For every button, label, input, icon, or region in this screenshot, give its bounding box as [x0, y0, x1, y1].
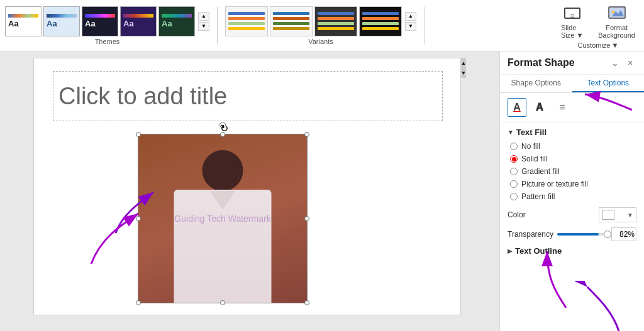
handle-tl[interactable] — [136, 132, 141, 137]
handle-br[interactable] — [304, 300, 309, 305]
variants-row: ▲ ▼ — [225, 6, 416, 36]
variant-item-1[interactable] — [225, 6, 268, 36]
theme-scroll-up[interactable]: ▲ — [198, 12, 209, 21]
transparency-row: Transparency — [508, 227, 636, 241]
ribbon-divider-1 — [217, 7, 218, 45]
tab-shape-options[interactable]: Shape Options — [500, 75, 572, 92]
text-outline-header[interactable]: ▶ Text Outline — [508, 246, 636, 256]
variant-item-4[interactable] — [359, 6, 402, 36]
variant-item-3[interactable] — [314, 6, 357, 36]
themes-label: Themes — [95, 38, 120, 45]
text-fill-label: Text Fill — [516, 128, 547, 137]
slide-size-icon: ⊡ — [562, 4, 582, 24]
transparency-input[interactable] — [611, 227, 636, 241]
color-dropdown-icon: ▼ — [627, 212, 633, 219]
fill-option-no-fill[interactable]: No fill — [510, 142, 636, 151]
format-background-icon — [607, 4, 627, 24]
slide-size-label: SlideSize ▼ — [561, 24, 583, 39]
fill-option-pattern[interactable]: Pattern fill — [510, 192, 636, 201]
ribbon-right: ⊡ SlideSize ▼ FormatBackground Customize… — [557, 3, 639, 49]
slide-size-button[interactable]: ⊡ SlideSize ▼ — [557, 3, 587, 40]
variant-item-2[interactable] — [270, 6, 313, 36]
format-bg-label: FormatBackground — [598, 24, 635, 39]
variant-scroll-up[interactable]: ▲ — [405, 12, 416, 21]
theme-item-2[interactable]: Aa — [43, 6, 80, 36]
tab-text-options[interactable]: Text Options — [572, 75, 645, 92]
slide-image[interactable]: Guiding Tech Watermark ↻ — [138, 134, 308, 303]
svg-text:⊡: ⊡ — [570, 13, 574, 19]
radio-no-fill — [510, 143, 518, 150]
theme-item-4[interactable]: Aa — [120, 6, 157, 36]
customize-label: Customize ▼ — [578, 41, 619, 49]
color-row: Color ▼ — [508, 207, 636, 222]
fill-option-solid[interactable]: Solid fill — [510, 155, 636, 163]
handle-bl[interactable] — [136, 300, 141, 305]
radio-gradient-fill — [510, 168, 518, 175]
slide-area: Click to add title Guidi — [0, 52, 499, 331]
panel-title: Format Shape — [508, 57, 575, 68]
pattern-fill-label: Pattern fill — [521, 192, 555, 201]
handle-mr[interactable] — [304, 216, 309, 221]
customize-chevron: ▼ — [612, 41, 619, 49]
slide-scroll-up[interactable]: ▲ — [461, 58, 466, 68]
theme-item-5[interactable]: Aa — [158, 6, 195, 36]
main-area: Click to add title Guidi — [0, 52, 644, 331]
slide-scroll-down[interactable]: ▼ — [461, 68, 466, 78]
panel-close-button[interactable]: × — [624, 57, 636, 69]
themes-row: Aa Aa Aa Aa Aa ▲ ▼ — [5, 6, 209, 36]
fill-options-group: No fill Solid fill Gradient fill Picture… — [510, 142, 636, 201]
text-outline-chevron: ▶ — [508, 247, 513, 254]
slider-fill — [557, 233, 599, 236]
slide-title-text: Click to add title — [58, 83, 227, 110]
themes-section: Aa Aa Aa Aa Aa ▲ ▼ Themes — [5, 6, 209, 45]
color-picker[interactable]: ▼ — [599, 207, 636, 222]
solid-fill-label: Solid fill — [521, 155, 547, 163]
format-shape-panel: Format Shape ⌄ × Shape Options Text Opti… — [499, 52, 644, 331]
handle-tr[interactable] — [304, 132, 309, 137]
fill-option-gradient[interactable]: Gradient fill — [510, 167, 636, 176]
text-effects-sub-icon[interactable]: ≡ — [553, 98, 572, 117]
panel-sub-icons: A A ≡ — [500, 93, 644, 122]
transparency-slider[interactable] — [557, 233, 608, 236]
svg-point-4 — [612, 11, 614, 13]
variants-section: ▲ ▼ Variants — [225, 6, 416, 45]
slide: Click to add title Guidi — [33, 58, 461, 315]
handle-bc[interactable] — [220, 300, 225, 305]
text-fill-sub-icon[interactable]: A — [508, 98, 526, 117]
radio-solid-fill — [510, 155, 518, 163]
slider-thumb[interactable] — [604, 231, 611, 238]
text-fill-header[interactable]: ▼ Text Fill — [508, 128, 636, 137]
handle-ml[interactable] — [136, 216, 141, 221]
panel-header: Format Shape ⌄ × — [500, 52, 644, 75]
panel-tabs: Shape Options Text Options — [500, 75, 644, 93]
theme-item-1[interactable]: Aa — [5, 6, 42, 36]
rotate-handle[interactable]: ↻ — [219, 122, 226, 128]
panel-content: ▼ Text Fill No fill Solid fill Gradient … — [500, 122, 644, 331]
ribbon-right-btns: ⊡ SlideSize ▼ FormatBackground — [557, 3, 639, 40]
text-outline-section: ▶ Text Outline — [508, 246, 636, 256]
slide-scrollbar: ▲ ▼ — [461, 58, 466, 78]
fill-option-picture[interactable]: Picture or texture fill — [510, 180, 636, 188]
format-background-button[interactable]: FormatBackground — [594, 3, 639, 40]
radio-pattern-fill — [510, 193, 518, 200]
variants-scroll: ▲ ▼ — [405, 12, 416, 31]
picture-fill-label: Picture or texture fill — [521, 180, 588, 188]
ribbon-divider-2 — [424, 7, 425, 45]
text-fill-chevron: ▼ — [508, 129, 514, 136]
themes-scroll: ▲ ▼ — [198, 12, 209, 31]
slide-title-box[interactable]: Click to add title — [53, 71, 443, 121]
gradient-fill-label: Gradient fill — [521, 167, 560, 176]
no-fill-label: No fill — [521, 142, 540, 151]
theme-scroll-down[interactable]: ▼ — [198, 22, 209, 31]
radio-picture-fill — [510, 180, 518, 188]
color-label: Color — [508, 210, 526, 219]
theme-item-3[interactable]: Aa — [82, 6, 118, 36]
ribbon: Aa Aa Aa Aa Aa ▲ ▼ Themes — [0, 0, 644, 52]
variant-scroll-down[interactable]: ▼ — [405, 22, 416, 31]
panel-header-buttons: ⌄ × — [609, 57, 636, 69]
color-swatch — [602, 210, 614, 220]
transparency-label: Transparency — [508, 230, 553, 239]
panel-collapse-button[interactable]: ⌄ — [609, 57, 621, 69]
text-outline-sub-icon[interactable]: A — [530, 98, 549, 117]
text-outline-label: Text Outline — [515, 246, 562, 256]
